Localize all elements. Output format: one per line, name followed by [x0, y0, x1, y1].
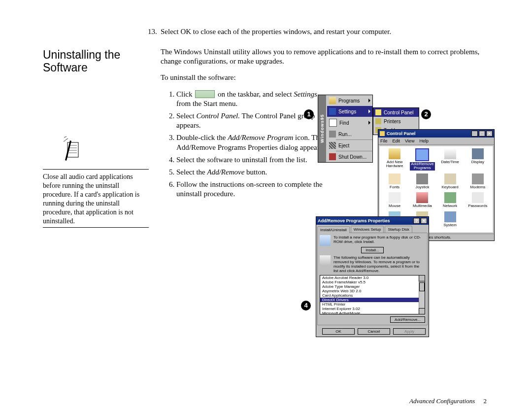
flyout-item-label: Printers: [384, 119, 400, 124]
control-panel-item-label: Passwords: [468, 204, 487, 208]
uninstall-text: The following software can be automatica…: [333, 255, 425, 273]
control-panel-item[interactable]: Fonts: [381, 173, 408, 189]
help-button[interactable]: ?: [413, 218, 420, 224]
step-5: Select the Add/Remove button.: [176, 168, 327, 177]
step-13-number: 13.: [148, 28, 157, 36]
ok-button[interactable]: OK: [322, 328, 355, 335]
install-uninstall-pane: To install a new program from a floppy d…: [317, 233, 428, 325]
install-button[interactable]: Install...: [361, 247, 384, 253]
menu-item[interactable]: File: [380, 138, 388, 143]
control-panel-item[interactable]: Network: [436, 192, 464, 208]
step-13: 13. Select OK to close each of the prope…: [161, 28, 488, 36]
minimize-button[interactable]: _: [471, 131, 478, 137]
list-item[interactable]: Adobe FrameMaker v5.5: [320, 280, 425, 284]
start-menu-item[interactable]: Shut Down...: [327, 151, 372, 162]
start-menu-item[interactable]: Eject: [327, 140, 372, 151]
add-remove-tabs: Install/UninstallWindows SetupStartup Di…: [316, 225, 429, 233]
tab[interactable]: Startup Disk: [385, 226, 412, 233]
list-item[interactable]: HTML Printer: [320, 302, 425, 307]
control-panel-item-label: Modems: [470, 185, 486, 189]
control-panel-item[interactable]: Joystick: [408, 173, 436, 189]
dsp-icon: [472, 148, 484, 159]
chevron-right-icon: [368, 109, 370, 113]
control-panel-item-label: Keyboard: [442, 185, 459, 189]
flyout-item[interactable]: Control Panel: [373, 108, 419, 117]
control-panel-item-label: Fonts: [390, 185, 399, 189]
control-panel-item-label: Date/Time: [441, 160, 459, 164]
list-item[interactable]: Adobe Type Manager: [320, 284, 425, 289]
control-panel-item[interactable]: Add NewHardware: [381, 148, 408, 171]
to-uninstall-line: To uninstall the software:: [161, 73, 488, 82]
install-text: To install a new program from a floppy d…: [333, 235, 425, 244]
cancel-button[interactable]: Cancel: [358, 328, 390, 335]
list-scrollbar[interactable]: [419, 276, 425, 314]
note-rule-top: [43, 169, 149, 170]
control-panel-item[interactable]: Passwords: [464, 192, 492, 208]
control-panel-item[interactable]: Multimedia: [408, 192, 436, 208]
hw-icon: [389, 148, 400, 159]
dt-icon: [444, 148, 456, 159]
intro-paragraph: The Windows Uninstall utility allows you…: [161, 47, 488, 66]
programs-list[interactable]: Adobe Acrobat Reader 3.0Adobe FrameMaker…: [320, 275, 425, 314]
folder-icon: [375, 109, 381, 115]
start-menu-item-label: Programs: [338, 98, 360, 104]
scroll-down-button[interactable]: [419, 308, 425, 314]
callout-2: 2: [421, 109, 431, 119]
control-panel-item[interactable]: System: [436, 211, 464, 232]
control-panel-item[interactable]: Add/RemovePrograms: [408, 148, 436, 171]
apply-button[interactable]: Apply: [393, 328, 426, 335]
add-remove-titlebar[interactable]: Add/Remove Programs Properties ? ×: [316, 217, 429, 225]
step-3: Double-click the Add/Remove Program icon…: [176, 133, 327, 152]
tab[interactable]: Windows Setup: [351, 226, 384, 233]
list-item[interactable]: Card Applications: [320, 293, 425, 298]
control-panel-item[interactable]: Mouse: [381, 192, 408, 208]
scroll-up-button[interactable]: [419, 275, 425, 281]
start-menu-item[interactable]: Find: [327, 117, 372, 129]
list-item[interactable]: Adobe Acrobat Reader 3.0: [320, 276, 425, 280]
start-menu-item[interactable]: Run...: [327, 129, 372, 139]
start-menu-item-label: Eject: [338, 143, 349, 148]
maximize-button[interactable]: □: [479, 131, 485, 137]
add-remove-button[interactable]: Add/Remove...: [390, 316, 425, 323]
control-panel-item[interactable]: Modems: [464, 173, 492, 189]
scroll-thumb[interactable]: [419, 282, 425, 291]
control-panel-item[interactable]: Display: [464, 148, 492, 171]
menu-item[interactable]: Help: [419, 138, 429, 143]
list-item[interactable]: Asymetrix Web 3D 2.0: [320, 289, 425, 293]
close-button[interactable]: ×: [421, 218, 427, 224]
list-item[interactable]: DirectX Drivers: [320, 298, 425, 302]
control-panel-menubar: FileEditViewHelp: [378, 138, 494, 145]
control-panel-item-label: Display: [471, 160, 484, 164]
mm-icon: [416, 192, 428, 203]
sht-icon: [329, 153, 336, 160]
menu-item[interactable]: View: [405, 138, 414, 143]
close-button[interactable]: ×: [486, 131, 493, 137]
mdm-icon: [472, 173, 484, 184]
step-1: Click on the taskbar, and select Setting…: [176, 90, 327, 108]
dialog-buttons: OK Cancel Apply: [316, 326, 429, 337]
start-menu-item-label: Find: [339, 120, 349, 126]
control-panel-item[interactable]: Date/Time: [436, 148, 464, 171]
chevron-right-icon: [368, 121, 370, 125]
start-menu-item[interactable]: Programs: [327, 95, 372, 106]
callout-1: 1: [304, 109, 314, 119]
flyout-item[interactable]: Printers: [373, 117, 419, 126]
start-menu-item-label: Run...: [338, 132, 352, 137]
control-panel-item-label: Add NewHardware: [386, 160, 403, 169]
fnt-icon: [389, 173, 400, 184]
list-item[interactable]: Microsoft ActiveMovie: [320, 311, 425, 314]
control-panel-item[interactable]: Keyboard: [436, 173, 464, 189]
start-menu-item[interactable]: Settings: [327, 106, 372, 117]
page-footer: Advanced Configurations 2: [409, 397, 487, 405]
list-item[interactable]: Internet Explorer 3.02: [320, 307, 425, 311]
control-panel-item-label: Multimedia: [413, 204, 432, 208]
control-panel-titlebar[interactable]: Control Panel _ □ ×: [378, 130, 494, 138]
add-remove-dialog: Add/Remove Programs Properties ? × Insta…: [316, 216, 429, 337]
start-button-icon: [195, 90, 215, 98]
add-icon: [415, 148, 429, 161]
folder-icon: [375, 118, 381, 124]
chevron-right-icon: [368, 99, 370, 103]
tab[interactable]: Install/Uninstall: [317, 226, 350, 233]
menu-item[interactable]: Edit: [393, 138, 400, 143]
note-box: Close all audio card applications before…: [43, 136, 149, 231]
